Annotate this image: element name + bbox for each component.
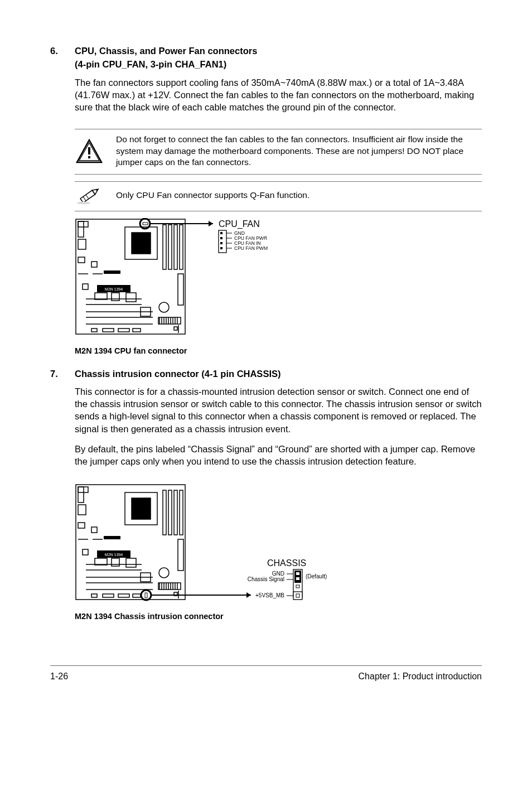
warning-callout: Do not forget to connect the fan cables … <box>75 129 482 174</box>
diagram2-default-label: (Default) <box>306 573 327 579</box>
svg-rect-3 <box>88 156 90 158</box>
svg-rect-61 <box>220 242 223 244</box>
svg-rect-53 <box>104 270 120 274</box>
section6-body: The fan connectors support cooling fans … <box>75 76 482 114</box>
svg-rect-71 <box>168 490 172 535</box>
svg-rect-50 <box>174 327 177 330</box>
svg-rect-89 <box>126 558 136 567</box>
diagram2-pin-signal: Chassis Signal <box>248 576 284 582</box>
svg-rect-45 <box>178 274 183 305</box>
svg-rect-76 <box>78 505 86 515</box>
section6-number: 6. <box>50 45 75 57</box>
svg-rect-78 <box>91 527 97 533</box>
svg-rect-104 <box>103 594 114 597</box>
svg-rect-21 <box>91 262 97 267</box>
warning-triangle-icon <box>75 139 116 163</box>
svg-rect-87 <box>95 558 107 565</box>
section7-number: 7. <box>50 368 75 380</box>
svg-rect-54 <box>143 223 148 225</box>
svg-point-9 <box>77 201 90 204</box>
svg-rect-69 <box>132 498 151 519</box>
svg-rect-73 <box>180 490 183 535</box>
pencil-note-icon <box>75 186 116 205</box>
svg-rect-4 <box>80 190 95 202</box>
svg-rect-2 <box>88 147 90 154</box>
svg-rect-14 <box>168 225 172 269</box>
svg-rect-106 <box>133 594 141 597</box>
svg-rect-111 <box>145 593 147 598</box>
section6-subtitle: (4-pin CPU_FAN, 3-pin CHA_FAN1) <box>75 58 482 70</box>
svg-rect-120 <box>293 592 302 600</box>
svg-rect-110 <box>104 536 120 539</box>
svg-rect-12 <box>132 233 151 254</box>
svg-point-91 <box>159 568 169 578</box>
svg-rect-18 <box>78 221 84 237</box>
diagram1-board-label: M2N 1394 <box>105 287 123 291</box>
svg-rect-70 <box>163 490 166 535</box>
svg-marker-57 <box>209 221 213 226</box>
diagram-cpu-fan: M2N 1394 CPU_FAN GND <box>75 218 482 355</box>
svg-rect-13 <box>163 225 166 269</box>
svg-rect-102 <box>178 539 183 571</box>
svg-rect-48 <box>118 328 129 332</box>
svg-rect-32 <box>126 293 136 302</box>
diagram2-board-label: M2N 1394 <box>105 553 123 557</box>
svg-rect-15 <box>174 225 177 269</box>
diagram2-connector-label: CHASSIS <box>267 558 306 568</box>
svg-rect-105 <box>118 594 129 597</box>
diagram-chassis: M2N 1394 CHASSIS <box>75 484 482 621</box>
svg-point-34 <box>159 302 169 312</box>
warning-text: Do not forget to connect the fan cables … <box>116 134 482 168</box>
svg-rect-103 <box>91 594 97 597</box>
svg-rect-17 <box>78 221 88 227</box>
svg-rect-29 <box>83 284 88 289</box>
svg-rect-75 <box>78 487 84 503</box>
svg-rect-86 <box>83 549 88 555</box>
note-callout: Only CPU Fan connector supports Q-Fan fu… <box>75 181 482 211</box>
diagram2-pin-5vsb: +5VSB_MB <box>255 592 284 598</box>
footer-chapter-title: Chapter 1: Product introduction <box>359 671 482 682</box>
svg-rect-46 <box>91 328 97 332</box>
section6-title: CPU, Chassis, and Power Fan connectors <box>75 45 482 57</box>
svg-rect-77 <box>78 523 85 528</box>
svg-rect-62 <box>220 247 223 249</box>
diagram1-connector-label: CPU_FAN <box>219 219 260 229</box>
svg-rect-60 <box>220 237 223 239</box>
svg-rect-19 <box>78 239 86 249</box>
svg-rect-20 <box>78 257 85 263</box>
svg-rect-74 <box>78 487 88 492</box>
svg-rect-31 <box>112 293 119 301</box>
section7-title: Chassis intrusion connector (4-1 pin CHA… <box>75 368 482 380</box>
svg-marker-114 <box>246 592 251 598</box>
svg-rect-118 <box>296 577 299 580</box>
section7-body1: This connector is for a chassis-mounted … <box>75 385 482 435</box>
footer-page-number: 1-26 <box>50 671 68 682</box>
svg-rect-59 <box>220 232 223 234</box>
svg-rect-16 <box>180 225 183 269</box>
diagram1-caption: M2N 1394 CPU fan connector <box>75 346 482 355</box>
svg-rect-49 <box>133 328 141 332</box>
svg-rect-30 <box>95 293 107 299</box>
svg-rect-47 <box>103 328 114 332</box>
section7-body2: By default, the pins labeled “Chassis Si… <box>75 443 482 468</box>
svg-rect-72 <box>174 490 177 535</box>
diagram2-caption: M2N 1394 Chassis intrusion connector <box>75 612 482 621</box>
svg-rect-117 <box>296 572 299 575</box>
svg-rect-88 <box>112 558 119 566</box>
note-text: Only CPU Fan connector supports Q-Fan fu… <box>116 190 482 201</box>
diagram1-pin-pwm: CPU FAN PWM <box>234 245 268 251</box>
